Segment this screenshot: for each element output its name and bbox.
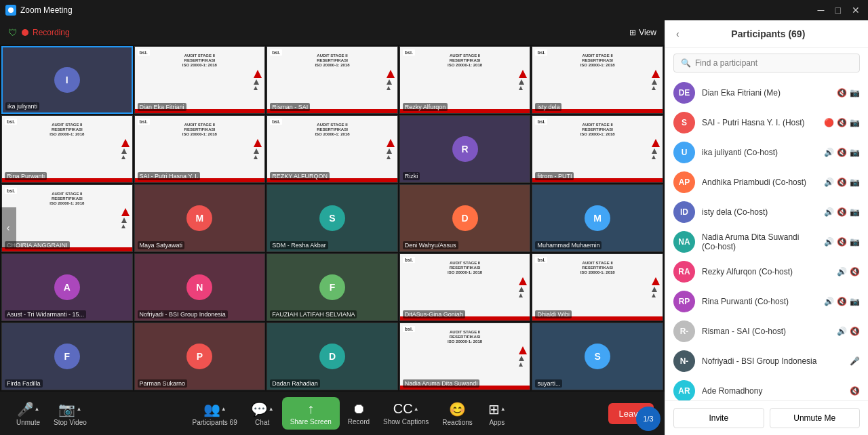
video-cell[interactable]: bsi. AUDIT STAGE IIRESERTIFIKASIISO 2000… bbox=[532, 253, 663, 321]
video-icon: 📷 bbox=[58, 401, 75, 417]
slide-arrows bbox=[519, 277, 527, 297]
video-cell[interactable]: bsi. AUDIT STAGE IIRESERTIFIKASIISO 2000… bbox=[134, 115, 266, 183]
participant-icons: 🔴🔇📷 bbox=[824, 118, 860, 127]
cell-label: Deni Wahyu/Assus bbox=[403, 241, 458, 249]
avatar: ID bbox=[673, 201, 695, 223]
view-button[interactable]: ⊞ View bbox=[629, 28, 656, 37]
cell-label: Dadan Rahadian bbox=[270, 379, 320, 388]
video-cell[interactable]: bsi. AUDIT STAGE IIRESERTIFIKASIISO 2000… bbox=[532, 115, 663, 183]
unmute-button[interactable]: 🎤 ▲ Unmute bbox=[11, 398, 45, 429]
video-cell[interactable]: bsi. AUDIT STAGE IIRESERTIFIKASIISO 2000… bbox=[399, 253, 531, 321]
video-cell[interactable]: D Deni Wahyu/Assus bbox=[399, 184, 531, 252]
video-cell[interactable]: R Rizki bbox=[399, 115, 531, 183]
slide-title: AUDIT STAGE IIRESERTIFIKASIISO 20000-1: … bbox=[148, 54, 252, 68]
mic-icon: 🎤 bbox=[850, 356, 860, 366]
video-cell[interactable]: M Maya Satyawati bbox=[134, 184, 266, 252]
unmute-me-button[interactable]: Unmute Me bbox=[770, 408, 861, 428]
participant-item[interactable]: R- Risman - SAI (Co-host) 🔊🔇 bbox=[665, 316, 868, 346]
video-cell[interactable]: bsi. AUDIT STAGE IIRESERTIFIKASIISO 2000… bbox=[1, 184, 133, 252]
video-cell[interactable]: bsi. AUDIT STAGE IIRESERTIFIKASIISO 2000… bbox=[267, 46, 398, 114]
cell-label: Asust - Tri Widarmanti - 15... bbox=[5, 310, 86, 318]
participant-name: Nadia Aruma Dita Suwandi (Co-host) bbox=[702, 232, 817, 251]
participant-item[interactable]: N- Nofriyadi - BSI Group Indonesia 🎤 bbox=[665, 346, 868, 376]
video-cell[interactable]: N Nofriyadi - BSI Group Indonesia bbox=[134, 253, 266, 321]
cell-label: Nofriyadi - BSI Group Indonesia bbox=[138, 310, 228, 318]
avatar: S bbox=[319, 205, 345, 231]
video-cell[interactable]: bsi. AUDIT STAGE IIRESERTIFIKASIISO 2000… bbox=[399, 323, 531, 390]
show-captions-button[interactable]: CC ▲ Show Captions bbox=[378, 398, 434, 428]
page-indicator[interactable]: 1/3 bbox=[636, 407, 660, 431]
video-cell[interactable]: S SDM - Resha Akbar bbox=[267, 184, 398, 252]
video-off-icon: 📷 bbox=[850, 178, 860, 187]
participant-item[interactable]: DE Dian Eka Fitriani (Me) 🔇📷 bbox=[665, 78, 868, 108]
chat-button[interactable]: 💬 ▲ Chat bbox=[245, 398, 279, 429]
mic-muted-icon: 🔇 bbox=[837, 178, 847, 187]
cell-label: Firda Fadilla bbox=[5, 379, 43, 388]
panel-collapse[interactable]: ‹ bbox=[676, 28, 679, 39]
reactions-button[interactable]: 😊 Reactions bbox=[437, 398, 477, 429]
avatar: F bbox=[319, 274, 345, 300]
cell-label: Muhammad Muhaemin bbox=[535, 241, 601, 249]
video-cell[interactable]: S suyarti... bbox=[532, 323, 663, 390]
cell-label: Risman - SAI bbox=[270, 103, 310, 111]
participant-icons: 🔊🔇 bbox=[837, 267, 860, 276]
participant-name: isty dela (Co-host) bbox=[702, 207, 817, 217]
cell-label: Parman Sukarno bbox=[138, 379, 188, 388]
video-cell[interactable]: P Parman Sukarno bbox=[134, 323, 266, 390]
video-cell[interactable]: A Asust - Tri Widarmanti - 15... bbox=[1, 253, 133, 321]
speaker-icon: 🔊 bbox=[824, 207, 834, 217]
speaker-icon: 🔊 bbox=[824, 297, 834, 306]
participants-caret: ▲ bbox=[221, 406, 226, 412]
slide-title: AUDIT STAGE IIRESERTIFIKASIISO 20000-1: … bbox=[280, 54, 384, 68]
apps-button[interactable]: ⊞ ▲ Apps bbox=[481, 398, 513, 429]
record-button[interactable]: ⏺ Record bbox=[342, 398, 375, 428]
mic-muted-icon: 🔇 bbox=[850, 386, 860, 396]
title-bar-left: Zoom Meeting bbox=[5, 5, 73, 16]
minimize-btn[interactable]: ─ bbox=[815, 5, 827, 16]
record-icon: ⏺ bbox=[352, 401, 366, 417]
share-screen-button[interactable]: ↑ Share Screen bbox=[282, 397, 340, 430]
participant-name: Dian Eka Fitriani (Me) bbox=[702, 88, 830, 98]
video-cell[interactable]: I ika juliyanti bbox=[1, 46, 133, 114]
search-input[interactable] bbox=[695, 58, 852, 68]
speaker-icon: 🔊 bbox=[837, 327, 847, 336]
stop-video-button[interactable]: 📷 ▲ Stop Video bbox=[48, 398, 92, 429]
video-cell[interactable]: F Firda Fadilla bbox=[1, 323, 133, 390]
participants-button[interactable]: 👥 ▲ Participants 69 bbox=[187, 398, 243, 429]
title-bar-controls: ─ □ ✕ bbox=[815, 5, 863, 16]
participants-panel: ‹ Participants (69) 🔍 DE Dian Eka Fitria… bbox=[665, 20, 868, 435]
captions-caret: ▲ bbox=[414, 406, 419, 412]
video-cell[interactable]: bsi. AUDIT STAGE IIRESERTIFIKASIISO 2000… bbox=[267, 115, 398, 183]
video-cell[interactable]: F FAUZIAH LATIFAH SELVIANA bbox=[267, 253, 398, 321]
chat-caret: ▲ bbox=[269, 406, 274, 412]
participant-item[interactable]: AP Andhika Priambudi (Co-host) 🔊🔇📷 bbox=[665, 167, 868, 197]
participant-item[interactable]: ID isty dela (Co-host) 🔊🔇📷 bbox=[665, 197, 868, 227]
participant-item[interactable]: U ika juliyanti (Co-host) 🔊🔇📷 bbox=[665, 138, 868, 167]
video-cell[interactable]: bsi. AUDIT STAGE IIRESERTIFIKASIISO 2000… bbox=[1, 115, 133, 183]
cell-label: Rina Purwanti bbox=[5, 172, 47, 180]
video-cell[interactable]: M Muhammad Muhaemin bbox=[532, 184, 663, 252]
participant-item[interactable]: NA Nadia Aruma Dita Suwandi (Co-host) 🔊🔇… bbox=[665, 227, 868, 257]
cell-label: fitrom - PUTI bbox=[535, 172, 574, 180]
participant-item[interactable]: RA Rezky Alfurqon (Co-host) 🔊🔇 bbox=[665, 257, 868, 287]
video-cell[interactable]: bsi. AUDIT STAGE IIRESERTIFIKASIISO 2000… bbox=[532, 46, 663, 114]
video-cell[interactable]: bsi. AUDIT STAGE IIRESERTIFIKASIISO 2000… bbox=[134, 46, 266, 114]
slide-arrows bbox=[652, 139, 660, 159]
panel-footer: Invite Unmute Me bbox=[665, 400, 868, 435]
invite-button[interactable]: Invite bbox=[673, 408, 764, 428]
title-bar: Zoom Meeting ─ □ ✕ bbox=[0, 0, 868, 20]
video-caret: ▲ bbox=[76, 406, 81, 412]
participant-item[interactable]: S SAI - Putri Hasna Y. I. (Host) 🔴🔇📷 bbox=[665, 108, 868, 138]
participant-item[interactable]: AR Ade Romadhony 🔇 bbox=[665, 376, 868, 400]
participant-item[interactable]: RP Rina Purwanti (Co-host) 🔊🔇📷 bbox=[665, 287, 868, 316]
nav-arrow-left[interactable]: ‹ bbox=[0, 207, 16, 248]
close-btn[interactable]: ✕ bbox=[849, 5, 863, 16]
slide-title: AUDIT STAGE IIRESERTIFIKASIISO 20000-1: … bbox=[15, 192, 119, 207]
participant-icons: 🔇 bbox=[850, 386, 860, 396]
video-cell[interactable]: bsi. AUDIT STAGE IIRESERTIFIKASIISO 2000… bbox=[399, 46, 531, 114]
video-cell[interactable]: D Dadan Rahadian bbox=[267, 323, 398, 390]
apps-caret: ▲ bbox=[500, 406, 506, 412]
cell-label: FAUZIAH LATIFAH SELVIANA bbox=[270, 310, 357, 318]
maximize-btn[interactable]: □ bbox=[833, 5, 844, 16]
avatar: U bbox=[673, 142, 695, 163]
